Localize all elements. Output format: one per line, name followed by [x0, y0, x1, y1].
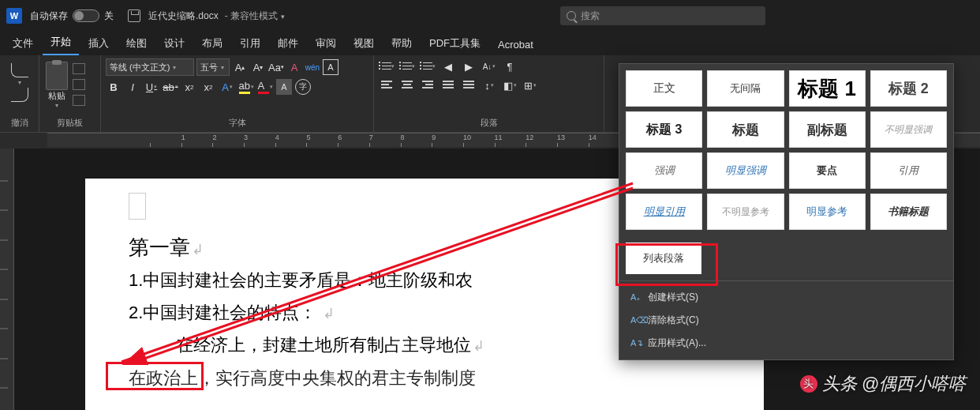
italic-button[interactable]: I: [125, 79, 140, 95]
tab-help[interactable]: 帮助: [383, 32, 420, 55]
apply-icon: A↴: [630, 338, 641, 349]
menu-create-style[interactable]: A₊创建样式(S): [619, 286, 953, 309]
tab-acrobat[interactable]: Acrobat: [490, 34, 541, 55]
numbering-icon[interactable]: [399, 58, 415, 74]
style-subtitle[interactable]: 副标题: [789, 111, 866, 148]
style-intense-quote[interactable]: 明显引用: [626, 194, 702, 230]
style-title[interactable]: 标题: [707, 111, 784, 148]
tab-mailings[interactable]: 邮件: [270, 32, 306, 55]
format-painter-icon[interactable]: [73, 95, 85, 106]
copy-icon[interactable]: [73, 79, 85, 90]
tab-file[interactable]: 文件: [5, 32, 41, 55]
paragraph-group-label: 段落: [379, 117, 599, 130]
font-name-combo[interactable]: 等线 (中文正文): [106, 58, 194, 76]
autosave-label: 自动保存: [30, 9, 68, 23]
group-font: 等线 (中文正文) 五号 A▴ A▾ Aa▾ A wén A B I U ab …: [101, 55, 374, 132]
align-right-icon[interactable]: [420, 77, 436, 93]
underline-button[interactable]: U: [144, 79, 159, 95]
autosave-toggle[interactable]: 自动保存 关: [30, 9, 114, 23]
plus-icon: A₊: [630, 292, 641, 303]
watermark-icon: 头: [800, 375, 817, 393]
group-paragraph: ◀ ▶ A↓ ¶ ↕ ◧ ⊞ 段落: [374, 55, 604, 132]
clear-format-icon[interactable]: A: [286, 59, 302, 75]
style-heading3[interactable]: 标题 3: [626, 111, 702, 148]
align-left-icon[interactable]: [379, 77, 395, 93]
style-subtle-ref[interactable]: 不明显参考: [707, 194, 784, 230]
style-intense-emphasis[interactable]: 明显强调: [707, 152, 784, 189]
menu-bar: 文件 开始 插入 绘图 设计 布局 引用 邮件 审阅 视图 帮助 PDF工具集 …: [0, 32, 980, 55]
tab-references[interactable]: 引用: [232, 32, 268, 55]
sort-icon[interactable]: A↓: [481, 58, 497, 74]
show-marks-icon[interactable]: ¶: [502, 58, 518, 74]
style-subtle-emphasis[interactable]: 不明显强调: [870, 111, 947, 148]
search-input[interactable]: 搜索: [560, 6, 765, 25]
bold-button[interactable]: B: [106, 79, 122, 95]
tab-pdf[interactable]: PDF工具集: [421, 32, 488, 55]
align-justify-icon[interactable]: [440, 77, 456, 93]
text-effects-icon[interactable]: A: [219, 79, 235, 95]
menu-apply-style[interactable]: A↴应用样式(A)...: [619, 332, 953, 355]
increase-font-icon[interactable]: A▴: [232, 59, 248, 75]
style-list-paragraph[interactable]: 列表段落: [626, 243, 701, 274]
font-size-combo[interactable]: 五号: [196, 58, 230, 76]
styles-gallery: 正文 无间隔 标题 1 标题 2 标题 3 标题 副标题 不明显强调 强调 明显…: [619, 63, 954, 360]
char-border-icon[interactable]: A: [323, 59, 339, 75]
clipboard-group-label: 剪贴板: [44, 117, 95, 130]
tab-draw[interactable]: 绘图: [118, 32, 155, 55]
search-placeholder: 搜索: [581, 9, 600, 23]
enclose-char-icon[interactable]: 字: [295, 79, 311, 95]
group-clipboard: 粘贴 ▾ 剪贴板: [39, 55, 101, 132]
style-no-spacing[interactable]: 无间隔: [707, 70, 784, 107]
group-undo: ▾ 撤消: [0, 55, 39, 132]
indent-decrease-icon[interactable]: ◀: [440, 58, 456, 74]
style-heading2[interactable]: 标题 2: [870, 70, 947, 107]
cut-icon[interactable]: [73, 63, 85, 74]
multilevel-icon[interactable]: [420, 58, 436, 74]
line-spacing-icon[interactable]: ↕: [481, 77, 497, 93]
style-intense-ref[interactable]: 明显参考: [789, 194, 866, 230]
search-icon: [567, 11, 576, 21]
menu-clear-format[interactable]: A⌫清除格式(C): [619, 309, 953, 332]
undo-icon[interactable]: [11, 63, 28, 77]
tab-home[interactable]: 开始: [43, 30, 79, 55]
borders-icon[interactable]: ⊞: [522, 77, 538, 93]
style-normal[interactable]: 正文: [626, 70, 702, 107]
align-distribute-icon[interactable]: [461, 77, 477, 93]
highlight-icon[interactable]: ab: [238, 79, 254, 95]
autosave-state: 关: [104, 9, 114, 23]
tab-view[interactable]: 视图: [346, 32, 382, 55]
decrease-font-icon[interactable]: A▾: [250, 59, 266, 75]
style-emphasis[interactable]: 强调: [626, 152, 702, 189]
doc-line-4[interactable]: 在政治上，实行高度中央集权的君主专制制度: [129, 364, 720, 392]
indent-increase-icon[interactable]: ▶: [461, 58, 477, 74]
shading-icon[interactable]: ◧: [502, 77, 518, 93]
tab-design[interactable]: 设计: [156, 32, 193, 55]
change-case-icon[interactable]: Aa▾: [268, 59, 284, 75]
scroll-gutter: [0, 166, 8, 403]
subscript-button[interactable]: x2: [181, 79, 197, 95]
paste-label[interactable]: 粘贴: [44, 90, 69, 102]
style-book-title[interactable]: 书籍标题: [870, 194, 947, 230]
style-strong[interactable]: 要点: [789, 152, 866, 189]
style-heading1[interactable]: 标题 1: [789, 70, 866, 107]
tab-insert[interactable]: 插入: [80, 32, 117, 55]
toggle-icon[interactable]: [73, 9, 99, 22]
superscript-button[interactable]: x2: [200, 79, 216, 95]
align-center-icon[interactable]: [399, 77, 415, 93]
bullets-icon[interactable]: [379, 58, 395, 74]
redo-icon[interactable]: [11, 88, 28, 102]
word-icon: W: [6, 8, 22, 24]
phonetic-icon[interactable]: wén: [305, 59, 320, 75]
font-group-label: 字体: [106, 117, 368, 130]
font-color-icon[interactable]: A: [257, 79, 273, 95]
title-bar: W 自动保存 关 近代史缩略.docx - 兼容性模式 搜索: [0, 0, 980, 32]
tab-review[interactable]: 审阅: [308, 32, 344, 55]
tab-layout[interactable]: 布局: [194, 32, 230, 55]
char-shading-icon[interactable]: A: [276, 79, 292, 95]
doc-title: 近代史缩略.docx: [148, 9, 219, 23]
compat-mode[interactable]: - 兼容性模式: [225, 9, 285, 23]
style-quote[interactable]: 引用: [870, 152, 947, 189]
paste-icon[interactable]: [46, 62, 68, 90]
strike-button[interactable]: ab: [163, 79, 178, 95]
save-icon[interactable]: [128, 9, 140, 22]
